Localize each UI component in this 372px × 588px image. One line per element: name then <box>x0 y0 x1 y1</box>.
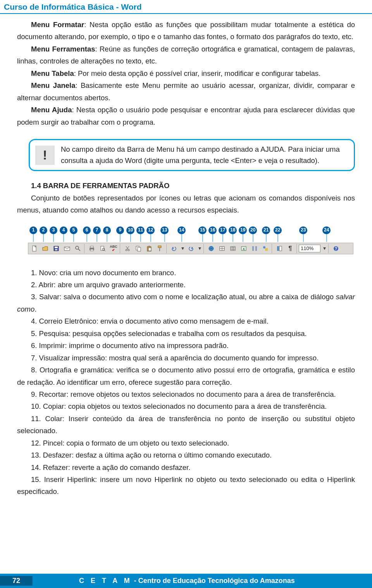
menu-tabela-title: Menu Tabela <box>31 69 74 77</box>
menu-ajuda: Menu Ajuda: Nesta opção o usuário pode p… <box>17 104 355 128</box>
content: Menu Formatar: Nesta opção estão as funç… <box>0 14 372 498</box>
footer-text: C E T A M - Centro de Educação Tecnológi… <box>79 577 295 585</box>
separator-icon <box>166 244 168 253</box>
marker-number: 3 <box>50 226 57 234</box>
toolbar-item-6: 6. Imprimir: imprime o documento ativo n… <box>17 339 355 351</box>
separator-icon <box>272 244 273 253</box>
marker-number: 21 <box>262 226 270 234</box>
marker-line <box>326 234 327 242</box>
email-icon <box>62 243 72 254</box>
marker-number: 19 <box>239 226 247 234</box>
toolbar-item-2: 2. Abrir: abre um arquivo gravado anteri… <box>17 279 355 291</box>
marker-22: 22 <box>274 226 282 242</box>
marker-1: 1 <box>29 226 37 242</box>
marker-3: 3 <box>50 226 57 242</box>
paragraph-icon: ¶ <box>285 243 295 254</box>
toolbar-item-11: 11. Colar: Inserir conteúdo da área de t… <box>17 413 355 437</box>
marker-number: 2 <box>40 226 47 234</box>
marker-20: 20 <box>249 226 257 242</box>
footer: 72 C E T A M - Centro de Educação Tecnol… <box>0 574 372 588</box>
svg-rect-9 <box>90 249 93 251</box>
marker-9: 9 <box>116 226 124 242</box>
marker-line <box>140 234 141 242</box>
chevron-down-icon: ▾ <box>197 243 202 254</box>
separator-icon <box>203 244 205 253</box>
marker-line <box>202 234 203 242</box>
marker-16: 16 <box>208 226 217 242</box>
marker-line <box>181 234 182 242</box>
drawing-icon <box>260 243 270 254</box>
new-icon <box>29 243 40 254</box>
marker-line <box>53 234 54 242</box>
marker-17: 17 <box>219 226 227 242</box>
toolbar-items-list: 1. Novo: cria um novo documento em branc… <box>17 267 355 498</box>
marker-line <box>43 234 44 242</box>
document-map-icon <box>274 243 284 254</box>
print-icon <box>87 243 97 254</box>
marker-line <box>222 234 223 242</box>
toolbar-item-12: 12. Pincel: copia o formato de um objeto… <box>17 437 355 449</box>
marker-21: 21 <box>262 226 270 242</box>
marker-line <box>253 234 253 242</box>
marker-line <box>150 234 151 242</box>
svg-point-15 <box>126 249 127 251</box>
copy-icon <box>133 243 143 254</box>
toolbar-item-13: 13. Desfazer: desfaz a última ação ou re… <box>17 449 355 461</box>
toolbar-item-4: 4. Correio Eletrônico: envia o documento… <box>17 315 355 327</box>
undo-icon <box>169 243 179 254</box>
marker-18: 18 <box>229 226 237 242</box>
marker-number: 6 <box>83 226 91 234</box>
insert-table-icon <box>228 243 238 254</box>
marker-number: 23 <box>299 226 307 234</box>
marker-4: 4 <box>60 226 67 242</box>
cut-icon <box>122 243 133 254</box>
menu-ferramentas-title: Menu Ferramentas <box>31 45 95 53</box>
footer-org-abbrev: C E T A M <box>79 577 132 585</box>
svg-point-16 <box>128 249 129 251</box>
marker-line <box>303 234 304 242</box>
marker-line <box>164 234 165 242</box>
toolbar-item-7: 7. Visualizar impressão: mostra qual ser… <box>17 352 355 364</box>
marker-2: 2 <box>40 226 47 242</box>
toolbar-item-14: 14. Refazer: reverte a ação do comando d… <box>17 461 355 473</box>
toolbar-item-9: 9. Recortar: remove objetos ou textos se… <box>17 388 355 400</box>
svg-rect-35 <box>252 246 254 251</box>
marker-number: 7 <box>93 226 101 234</box>
separator-icon <box>120 244 121 253</box>
toolbar-item-10: 10. Copiar: copia objetos ou textos sele… <box>17 400 355 412</box>
marker-line <box>96 234 97 242</box>
marker-line <box>232 234 233 242</box>
marker-number: 15 <box>198 226 207 234</box>
search-icon <box>73 243 83 254</box>
toolbar-item-8: 8. Ortografia e gramática: verifica se o… <box>17 364 355 388</box>
marker-number: 11 <box>136 226 145 234</box>
marker-number: 13 <box>160 226 169 234</box>
marker-line <box>107 234 107 242</box>
menu-tabela-text: : Por meio desta opção é possível criar,… <box>74 69 321 77</box>
marker-8: 8 <box>103 226 111 242</box>
note-text: No campo direito da Barra de Menu há um … <box>61 144 347 166</box>
save-icon <box>51 243 61 254</box>
marker-line <box>277 234 278 242</box>
marker-number: 20 <box>249 226 257 234</box>
marker-line <box>243 234 243 242</box>
note-box: ! No campo direito da Barra de Menu há u… <box>29 139 355 171</box>
columns-icon <box>250 243 260 254</box>
marker-14: 14 <box>177 226 186 242</box>
marker-24: 24 <box>322 226 331 242</box>
separator-icon <box>296 244 298 253</box>
chevron-down-icon: ▾ <box>322 243 327 254</box>
svg-point-5 <box>76 246 79 249</box>
svg-text:X: X <box>243 247 245 251</box>
marker-number: 22 <box>274 226 282 234</box>
svg-rect-22 <box>158 246 161 248</box>
exclamation-icon: ! <box>35 146 55 165</box>
marker-line <box>73 234 74 242</box>
marker-number: 14 <box>177 226 186 234</box>
svg-rect-39 <box>277 246 279 251</box>
svg-rect-36 <box>255 246 257 251</box>
menu-formatar: Menu Formatar: Nesta opção estão as funç… <box>17 19 355 43</box>
page-header: Curso de Informática Básica - Word <box>0 0 372 14</box>
svg-rect-20 <box>148 246 150 247</box>
menu-ferramentas: Menu Ferramentas: Reúne as funções de co… <box>17 43 355 67</box>
